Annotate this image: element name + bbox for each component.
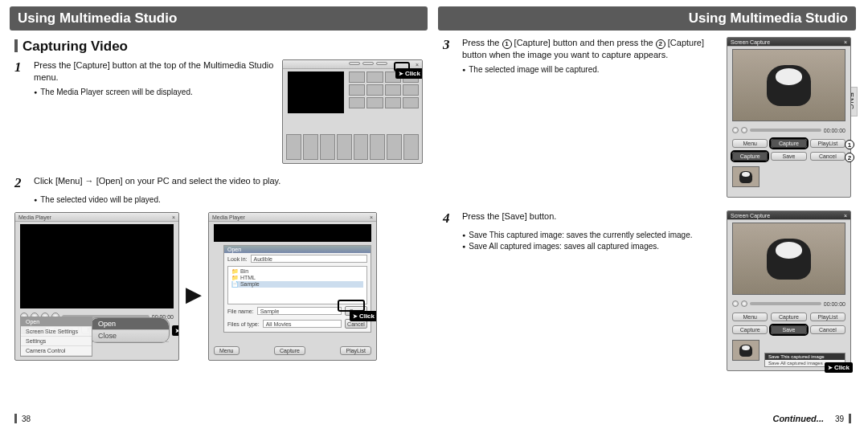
capture-button[interactable]: Capture <box>771 312 806 321</box>
play-icon[interactable] <box>732 127 739 133</box>
timecode: 00:00:00 <box>824 128 845 133</box>
thumbnail[interactable] <box>366 71 383 83</box>
step1-text: Press the [Capture] button at the top of… <box>34 59 274 84</box>
thumbnail[interactable] <box>320 134 335 160</box>
mm-chip[interactable] <box>376 62 387 65</box>
sc-controls: 00:00:00 <box>732 125 845 136</box>
thumbnail[interactable] <box>303 134 318 160</box>
page-right: Using Multimedia Studio ENG 3 Press the … <box>438 6 856 427</box>
thumbnail[interactable] <box>385 84 401 96</box>
sc-title-bar: Screen Capture× <box>727 211 850 220</box>
header-bar-left: Using Multimedia Studio <box>10 6 428 31</box>
playlist-button[interactable]: PlayList <box>810 139 845 148</box>
step2-text: Click [Menu] → [Open] on your PC and sel… <box>34 175 280 191</box>
menu-button[interactable]: Menu <box>732 312 768 321</box>
mm-filmstrip <box>286 134 419 160</box>
thumbnail[interactable] <box>370 134 385 160</box>
file-name-field[interactable]: Sample <box>257 307 342 315</box>
step3-text: Press the 1 [Capture] button and then pr… <box>462 37 717 61</box>
media-player-window: Media Player× 00:00:00 Menu Capture Play… <box>14 212 179 361</box>
overlay-open[interactable]: Open <box>90 318 169 330</box>
thumbnail[interactable] <box>349 84 365 96</box>
thumbnail[interactable] <box>366 97 383 108</box>
capture-button-1[interactable]: Capture <box>771 139 806 148</box>
thumbnail[interactable] <box>403 134 419 160</box>
look-in-label: Look in: <box>227 256 248 262</box>
file-type-field[interactable]: All Movies <box>263 320 342 328</box>
thumbnail[interactable] <box>349 97 365 108</box>
dog-image-icon <box>767 239 812 280</box>
footer-bar-icon <box>14 414 17 423</box>
playlist-button[interactable]: PlayList <box>810 312 845 321</box>
thumbnail[interactable] <box>366 84 383 96</box>
click-callout: Click <box>172 325 179 336</box>
right-content: 3 Press the 1 [Capture] button and then … <box>438 31 856 371</box>
s3a: Press the <box>462 38 502 47</box>
mp-open-bottom: Menu Capture PlayList <box>214 346 371 355</box>
continued-label: Continued... <box>772 414 824 423</box>
circled-2-icon: 2 <box>656 39 665 49</box>
mp-stage <box>20 224 174 308</box>
file-sample[interactable]: Sample <box>240 281 260 287</box>
folder-html[interactable]: HTML <box>240 275 256 280</box>
click-callout: Click <box>350 311 377 321</box>
step2-bullet: The selected video will be played. <box>34 194 423 206</box>
stop-icon[interactable] <box>741 300 747 307</box>
footer-right: 39 <box>835 414 851 423</box>
thumbnail[interactable] <box>354 134 369 160</box>
look-in-field[interactable]: Audible <box>251 255 367 263</box>
thumbnail[interactable] <box>385 97 401 108</box>
step2: 2 Click [Menu] → [Open] on your PC and s… <box>14 175 423 191</box>
mm-chip[interactable] <box>349 62 360 65</box>
step3: 3 Press the 1 [Capture] button and then … <box>443 37 717 61</box>
save-this-option[interactable]: Save This captured image <box>765 353 845 360</box>
header-title-right: Using Multimedia Studio <box>689 6 848 31</box>
step2-screens: Media Player× 00:00:00 Menu Capture Play… <box>14 212 423 361</box>
overlay-close[interactable]: Close <box>90 330 169 342</box>
footer-left: 38 <box>14 414 31 423</box>
mm-thumbnail-grid <box>349 71 419 131</box>
folder-bin[interactable]: Bin <box>240 268 248 274</box>
mp-title: Media Player <box>18 213 51 221</box>
dd-camera[interactable]: Camera Control <box>21 346 92 356</box>
file-list[interactable]: 📁 Bin 📁 HTML 📄 Sample <box>227 266 367 304</box>
menu-button[interactable]: Menu <box>732 139 768 148</box>
save-button[interactable]: Save <box>771 325 806 334</box>
thumbnail[interactable] <box>337 134 352 160</box>
thumbnail[interactable] <box>403 97 419 108</box>
play-icon[interactable] <box>732 300 739 307</box>
footer-bar-icon <box>849 414 851 423</box>
progress-bar[interactable] <box>750 302 821 305</box>
dd-settings[interactable]: Settings <box>21 337 92 346</box>
sc-controls: 00:00:00 <box>732 298 845 309</box>
sc-video-area <box>732 49 845 121</box>
thumbnail[interactable] <box>387 134 402 160</box>
dd-open[interactable]: Open <box>21 317 92 327</box>
stop-icon[interactable] <box>741 127 747 133</box>
dd-screensize[interactable]: Screen Size Settings <box>21 327 92 337</box>
step3-number: 3 <box>443 37 456 61</box>
save-button[interactable]: Save <box>771 152 806 161</box>
cancel-button[interactable]: Cancel <box>810 325 845 334</box>
menu-button[interactable]: Menu <box>214 346 240 355</box>
capture-button[interactable]: Capture <box>732 325 768 334</box>
thumbnail[interactable] <box>349 71 365 83</box>
progress-bar[interactable] <box>750 129 821 132</box>
capture-button-2[interactable]: Capture <box>732 152 768 161</box>
screen-capture-window-2: Screen Capture× 00:00:00 Menu Capture Pl… <box>727 210 851 371</box>
open-title: Open <box>224 246 371 253</box>
thumbnail[interactable] <box>403 84 419 96</box>
thumbnail[interactable] <box>286 134 301 160</box>
step4-number: 4 <box>443 210 456 227</box>
click-callout: Click <box>395 68 423 79</box>
cancel-button[interactable]: Cancel <box>810 152 845 161</box>
capture-button[interactable]: Capture <box>274 346 305 355</box>
sc-title-bar: Screen Capture× <box>727 38 850 47</box>
playlist-button[interactable]: PlayList <box>340 346 371 355</box>
mp-open-title-bar: Media Player× <box>209 213 376 222</box>
step4-bullet1: Save This captured image: saves the curr… <box>462 230 717 241</box>
step3-screenshot-wrap: Screen Capture× 00:00:00 Menu Capture Pl… <box>727 37 851 198</box>
mm-chip[interactable] <box>362 62 374 65</box>
mp-open-title: Media Player <box>212 213 245 221</box>
step3-bullet: The selected image will be captured. <box>462 64 717 76</box>
